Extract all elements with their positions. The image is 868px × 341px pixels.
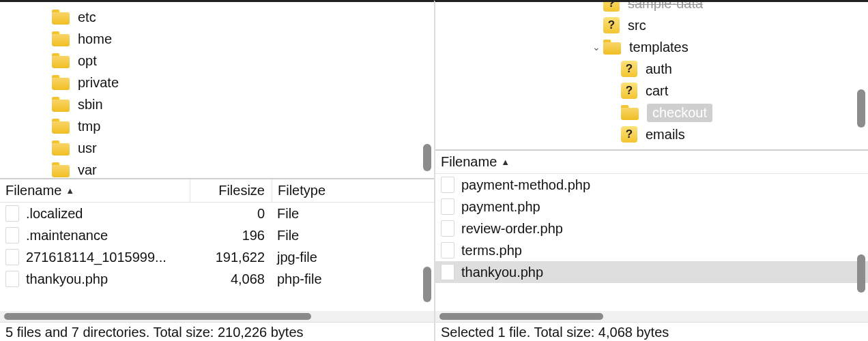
tree-item-label: sbin — [78, 97, 103, 113]
column-filename[interactable]: Filename ▲ — [5, 183, 190, 198]
tree-item-label: checkout — [647, 104, 712, 122]
tree-item-label: emails — [646, 127, 685, 143]
folder-icon — [52, 10, 70, 25]
scrollbar-horizontal[interactable] — [435, 311, 868, 322]
tree-item[interactable]: ?auth — [435, 58, 868, 80]
folder-icon — [52, 31, 70, 46]
unknown-icon: ? — [603, 17, 620, 33]
file-size: 196 — [190, 228, 272, 243]
tree-item[interactable]: ?cart — [435, 80, 868, 102]
list-item[interactable]: .maintenance196File — [0, 224, 434, 246]
tree-item[interactable]: ⌄templates — [435, 36, 868, 58]
list-item[interactable]: 271618114_1015999...191,622jpg-file — [0, 246, 434, 268]
remote-directory-tree[interactable]: ?sample-data?src⌄templates?auth?cartchec… — [435, 2, 868, 149]
file-size: 191,622 — [190, 250, 272, 265]
remote-status-bar: Selected 1 file. Total size: 4,068 bytes — [435, 322, 868, 341]
column-filesize[interactable]: Filesize — [190, 179, 272, 202]
tree-item-label: templates — [629, 40, 689, 55]
tree-item[interactable]: opt — [0, 50, 434, 72]
folder-icon — [603, 40, 621, 55]
folder-icon — [52, 140, 70, 155]
scrollbar-vertical[interactable] — [423, 203, 431, 311]
list-item[interactable]: review-order.php — [435, 218, 868, 239]
remote-pane: ?sample-data?src⌄templates?auth?cartchec… — [434, 0, 868, 341]
scrollbar-horizontal[interactable] — [0, 311, 434, 322]
file-icon — [441, 220, 454, 237]
sort-ascending-icon: ▲ — [501, 157, 510, 167]
file-name: payment-method.php — [461, 177, 868, 193]
tree-item[interactable]: private — [0, 72, 434, 93]
local-file-list[interactable]: .localized0File.maintenance196File271618… — [0, 203, 434, 311]
tree-item[interactable]: var — [0, 159, 434, 178]
folder-icon — [52, 53, 70, 68]
unknown-icon: ? — [621, 126, 637, 143]
tree-item[interactable]: checkout — [435, 102, 868, 123]
tree-item[interactable]: ?emails — [435, 123, 868, 145]
file-name: review-order.php — [461, 221, 868, 237]
column-label: Filename — [441, 154, 497, 170]
tree-item-label: var — [78, 162, 97, 178]
file-name: terms.php — [461, 243, 868, 258]
tree-item[interactable]: ?sample-data — [435, 2, 868, 14]
remote-list-header: Filename ▲ — [435, 151, 868, 174]
column-label: Filesize — [218, 183, 265, 198]
file-name: payment.php — [461, 199, 868, 215]
status-text: 5 files and 7 directories. Total size: 2… — [5, 325, 304, 340]
column-label: Filename — [5, 183, 61, 198]
scrollbar-vertical[interactable] — [857, 174, 865, 311]
tree-item-label: etc — [78, 10, 96, 25]
file-icon — [5, 271, 19, 287]
unknown-icon: ? — [621, 83, 637, 99]
column-filename[interactable]: Filename ▲ — [441, 154, 625, 170]
folder-icon — [52, 119, 70, 134]
file-icon — [5, 205, 19, 222]
sort-ascending-icon: ▲ — [66, 186, 74, 196]
local-directory-tree[interactable]: etchomeoptprivatesbintmpusrvar — [0, 2, 434, 178]
tree-item-label: src — [628, 18, 646, 33]
list-item[interactable]: payment.php — [435, 196, 868, 218]
tree-item-label: tmp — [78, 119, 100, 134]
file-icon — [441, 177, 454, 193]
file-type: php-file — [272, 271, 434, 287]
scrollbar-vertical[interactable] — [857, 2, 865, 149]
tree-item-label: usr — [78, 140, 97, 156]
tree-item[interactable]: ?src — [435, 14, 868, 36]
folder-icon — [621, 105, 639, 120]
file-icon — [441, 198, 454, 215]
file-size: 4,068 — [190, 271, 272, 287]
local-status-bar: 5 files and 7 directories. Total size: 2… — [0, 322, 434, 341]
remote-file-list[interactable]: payment-method.phppayment.phpreview-orde… — [435, 174, 868, 311]
folder-icon — [52, 75, 70, 90]
tree-item[interactable]: home — [0, 28, 434, 50]
tree-item[interactable]: tmp — [0, 115, 434, 137]
tree-item-label: private — [78, 75, 119, 91]
folder-icon — [52, 97, 70, 112]
file-icon — [5, 249, 19, 265]
file-icon — [441, 264, 454, 280]
column-filetype[interactable]: Filetype — [272, 179, 434, 202]
unknown-icon: ? — [621, 61, 637, 77]
tree-item-label: cart — [646, 83, 668, 99]
tree-item-label: opt — [78, 53, 97, 69]
file-name: .localized — [26, 206, 190, 222]
folder-icon — [52, 162, 70, 177]
file-icon — [5, 227, 19, 243]
file-type: jpg-file — [272, 250, 434, 265]
tree-item[interactable]: sbin — [0, 93, 434, 115]
unknown-icon: ? — [603, 2, 620, 12]
tree-item-label: auth — [646, 61, 672, 77]
scrollbar-vertical[interactable] — [423, 2, 431, 178]
list-item[interactable]: thankyou.php — [435, 261, 868, 283]
file-name: 271618114_1015999... — [26, 250, 190, 265]
file-name: thankyou.php — [461, 265, 868, 280]
list-item[interactable]: thankyou.php4,068php-file — [0, 268, 434, 290]
list-item[interactable]: .localized0File — [0, 203, 434, 224]
tree-item[interactable]: usr — [0, 137, 434, 159]
file-size: 0 — [190, 206, 272, 222]
list-item[interactable]: payment-method.php — [435, 174, 868, 196]
column-label: Filetype — [278, 183, 326, 198]
tree-item[interactable]: etc — [0, 6, 434, 28]
chevron-down-icon[interactable]: ⌄ — [590, 42, 603, 53]
tree-item-label: home — [78, 31, 112, 47]
list-item[interactable]: terms.php — [435, 239, 868, 261]
